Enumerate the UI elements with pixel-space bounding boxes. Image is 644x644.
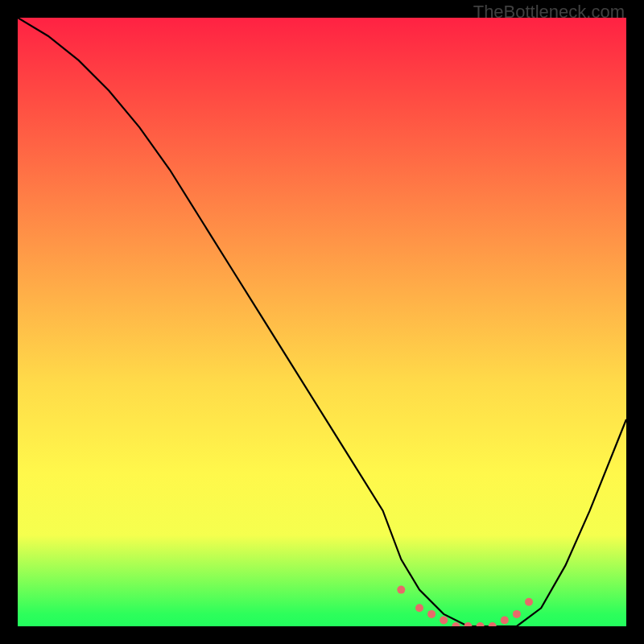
gradient-background [18,18,626,626]
watermark-text: TheBottleneck.com [473,2,625,23]
plot-area [18,18,626,626]
chart-container: TheBottleneck.com [0,0,644,644]
